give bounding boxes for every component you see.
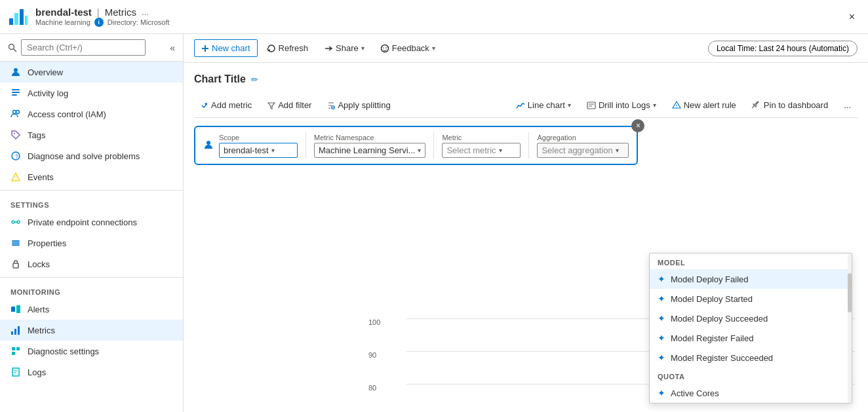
svg-rect-3: [25, 16, 28, 25]
dropdown-item-label: Active Cores: [671, 388, 719, 398]
sidebar-item-diagnose[interactable]: ? Diagnose and solve problems: [0, 145, 183, 166]
line-chart-icon: [516, 101, 525, 110]
metric-toolbar: Add metric Add filter Apply splitting Li…: [194, 93, 858, 118]
title-separator: |: [97, 7, 100, 18]
dropdown-item-model-deploy-succeeded[interactable]: ✦ Model Deploy Succeeded: [650, 309, 852, 328]
feedback-button[interactable]: Feedback ▾: [374, 40, 442, 56]
refresh-button[interactable]: Refresh: [260, 40, 315, 56]
events-icon: !: [10, 172, 21, 182]
title-text: brendal-test | Metrics ... Machine learn…: [35, 7, 170, 27]
svg-point-12: [14, 133, 15, 134]
sidebar-label-tags: Tags: [28, 130, 45, 140]
info-icon[interactable]: i: [94, 18, 104, 27]
time-range-button[interactable]: Local Time: Last 24 hours (Automatic): [708, 41, 858, 56]
pin-to-dashboard-button[interactable]: Pin to dashboard: [745, 97, 835, 113]
edit-title-icon[interactable]: ✏: [251, 75, 258, 84]
new-alert-rule-button[interactable]: New alert rule: [665, 97, 743, 113]
properties-icon: [10, 238, 21, 248]
sidebar-item-metrics[interactable]: Metrics: [0, 320, 183, 341]
sidebar-label-alerts: Alerts: [28, 305, 49, 314]
dropdown-item-label: Model Deploy Succeeded: [671, 314, 768, 324]
grid-label-80: 80: [368, 384, 376, 392]
sidebar-item-events[interactable]: ! Events: [0, 166, 183, 187]
add-metric-button[interactable]: Add metric: [194, 97, 258, 113]
line-chart-button[interactable]: Line chart ▾: [509, 97, 578, 113]
logs-icon: [10, 367, 21, 377]
resource-type: Machine learning: [35, 18, 90, 26]
apply-splitting-button[interactable]: Apply splitting: [321, 97, 397, 113]
sidebar-item-alerts[interactable]: Alerts: [0, 299, 183, 320]
drill-into-logs-button[interactable]: Drill into Logs ▾: [580, 97, 663, 113]
metric-item-icon: ✦: [658, 274, 665, 284]
main-toolbar: New chart Refresh Share ▾ Feedback ▾ Loc…: [184, 34, 868, 63]
share-button[interactable]: Share ▾: [317, 40, 371, 56]
add-filter-button[interactable]: Add filter: [261, 97, 318, 113]
scope-dropdown[interactable]: brendal-test ▾: [219, 143, 298, 158]
selector-divider-2: [433, 132, 434, 159]
metric-item-icon: ✦: [658, 333, 665, 343]
svg-rect-24: [11, 307, 15, 312]
title-bar: brendal-test | Metrics ... Machine learn…: [0, 0, 868, 34]
close-button[interactable]: ×: [844, 9, 860, 26]
sidebar-label-properties: Properties: [28, 238, 66, 248]
scope-chevron: ▾: [271, 147, 275, 154]
aggregation-label: Aggregation: [537, 134, 629, 141]
settings-section-header: Settings: [0, 193, 183, 212]
sidebar-item-logs[interactable]: Logs: [0, 362, 183, 383]
sidebar-item-overview[interactable]: Overview: [0, 62, 183, 83]
selector-divider-1: [306, 132, 306, 159]
share-chevron: ▾: [361, 45, 365, 52]
namespace-dropdown[interactable]: Machine Learning Servi... ▾: [314, 143, 425, 158]
close-metric-selector[interactable]: ×: [631, 119, 644, 132]
svg-text:?: ?: [15, 153, 18, 160]
dropdown-item-active-cores[interactable]: ✦ Active Cores: [650, 383, 852, 403]
svg-rect-23: [13, 263, 18, 268]
scope-group: Scope brendal-test ▾: [219, 134, 298, 158]
metric-item-icon: ✦: [658, 293, 665, 304]
svg-point-17: [12, 221, 14, 223]
dropdown-group-quota: QUOTA: [650, 367, 852, 383]
drill-logs-icon: [587, 101, 596, 110]
svg-rect-28: [18, 326, 20, 335]
dropdown-item-model-deploy-started[interactable]: ✦ Model Deploy Started: [650, 289, 852, 309]
new-chart-button[interactable]: New chart: [194, 39, 258, 57]
title-ellipsis[interactable]: ...: [142, 7, 149, 17]
dropdown-item-label: Model Deploy Started: [671, 294, 753, 304]
sidebar-item-diagnostic-settings[interactable]: Diagnostic settings: [0, 341, 183, 362]
svg-rect-8: [12, 92, 20, 93]
aggregation-group: Aggregation Select aggregation ▾: [537, 134, 629, 158]
chart-title-row: Chart Title ✏: [194, 73, 858, 85]
dropdown-item-model-register-failed[interactable]: ✦ Model Register Failed: [650, 328, 852, 348]
feedback-icon: [380, 44, 389, 53]
metric-item-icon: ✦: [658, 352, 665, 363]
splitting-icon: [327, 102, 335, 109]
app-icon: [8, 7, 29, 28]
svg-rect-25: [16, 305, 20, 313]
sidebar-item-tags[interactable]: Tags: [0, 124, 183, 145]
sidebar-item-private-endpoint[interactable]: Private endpoint connections: [0, 212, 183, 233]
sidebar-item-properties[interactable]: Properties: [0, 233, 183, 253]
sidebar-label-activity-log: Activity log: [28, 88, 68, 98]
dropdown-item-model-register-succeeded[interactable]: ✦ Model Register Succeeded: [650, 348, 852, 367]
svg-point-11: [16, 111, 20, 114]
svg-rect-29: [12, 347, 15, 350]
aggregation-dropdown[interactable]: Select aggregation ▾: [537, 143, 629, 158]
collapse-icon[interactable]: «: [170, 43, 175, 53]
dropdown-item-model-deploy-failed[interactable]: ✦ Model Deploy Failed: [650, 269, 852, 289]
namespace-group: Metric Namespace Machine Learning Servi.…: [314, 134, 425, 158]
svg-rect-22: [12, 244, 20, 246]
scope-value: brendal-test: [224, 145, 269, 155]
more-options-button[interactable]: ...: [837, 97, 858, 113]
dropdown-scrollbar[interactable]: [848, 253, 852, 403]
sidebar-item-access-control[interactable]: Access control (IAM): [0, 103, 183, 124]
svg-line-5: [14, 48, 17, 52]
metric-dropdown-trigger[interactable]: Select metric ▾: [442, 143, 521, 158]
selector-divider-3: [528, 132, 529, 159]
sidebar-item-locks[interactable]: Locks: [0, 253, 183, 274]
search-input[interactable]: [21, 39, 146, 56]
sidebar-label-diagnostic-settings: Diagnostic settings: [28, 346, 99, 356]
feedback-chevron: ▾: [432, 45, 435, 52]
sidebar-item-activity-log[interactable]: Activity log: [0, 83, 183, 103]
sidebar-label-events: Events: [28, 172, 54, 182]
sidebar-label-diagnose: Diagnose and solve problems: [28, 151, 140, 161]
